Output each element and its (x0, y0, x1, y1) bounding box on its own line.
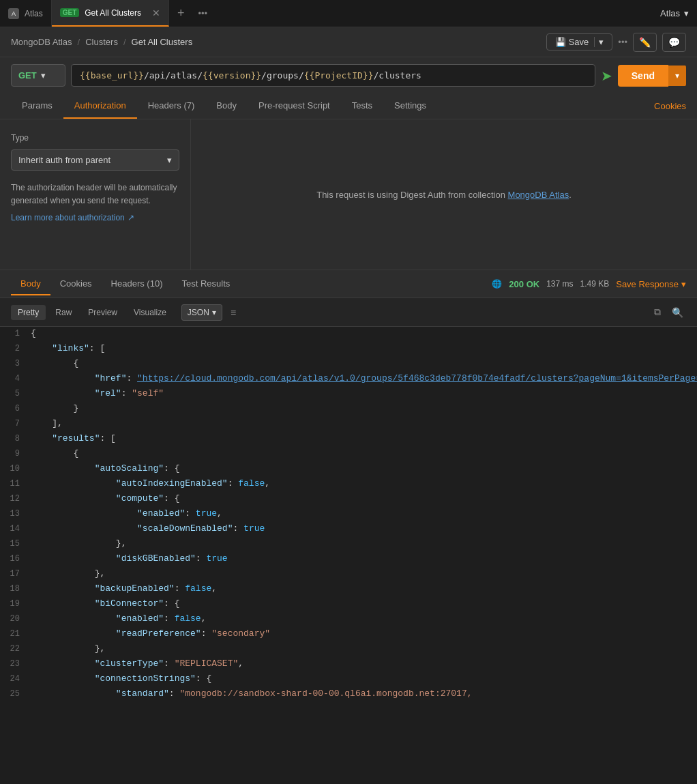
wrap-lines-icon[interactable]: ≡ (231, 307, 236, 318)
more-tabs-button[interactable]: ••• (192, 8, 213, 18)
table-row: 4 "href": "https://cloud.mongodb.com/api… (0, 372, 697, 387)
line-content: "href": "https://cloud.mongodb.com/api/a… (31, 372, 697, 386)
tab-tests[interactable]: Tests (341, 93, 383, 119)
fmt-tab-visualize[interactable]: Visualize (127, 305, 173, 320)
line-content: "compute": { (31, 492, 697, 506)
breadcrumb-actions: 💾 Save ▾ ••• ✏️ 💬 (546, 33, 686, 52)
resp-tab-test-results[interactable]: Test Results (172, 273, 239, 295)
collection-link[interactable]: MongoDB Atlas (508, 190, 569, 200)
breadcrumb-item-2[interactable]: Clusters (85, 37, 118, 47)
breadcrumb: MongoDB Atlas / Clusters / Get All Clust… (11, 37, 192, 47)
url-var-base: {{base_url}} (80, 70, 144, 81)
request-tabs-nav: Params Authorization Headers (7) Body Pr… (0, 93, 697, 119)
line-content: "clusterType": "REPLICASET", (31, 657, 697, 671)
line-number: 5 (0, 387, 31, 401)
copy-button[interactable]: ⧉ (651, 304, 664, 321)
save-response-arrow-icon: ▾ (681, 279, 686, 289)
line-content: } (31, 402, 697, 416)
auth-section: Type Inherit auth from parent ▾ The auth… (0, 119, 697, 270)
tab-close-button[interactable]: ✕ (152, 8, 160, 18)
line-number: 22 (0, 642, 31, 656)
line-content: "diskGBEnabled": true (31, 552, 697, 566)
line-content: "results": [ (31, 432, 697, 446)
table-row: 19 "biConnector": { (0, 597, 697, 612)
env-selector[interactable]: Atlas ▾ (652, 8, 697, 18)
tab-bar: A Atlas GET Get All Clusters ✕ + ••• Atl… (0, 0, 697, 27)
table-row: 15 }, (0, 537, 697, 552)
line-content: { (31, 357, 697, 371)
line-number: 15 (0, 537, 31, 551)
send-dropdown-button[interactable]: ▾ (668, 66, 686, 86)
json-viewer[interactable]: 1{2 "links": [3 {4 "href": "https://clou… (0, 327, 697, 702)
table-row: 8 "results": [ (0, 432, 697, 447)
table-row: 14 "scaleDownEnabled": true (0, 522, 697, 537)
tab-body[interactable]: Body (205, 93, 248, 119)
save-response-button[interactable]: Save Response ▾ (616, 279, 686, 289)
table-row: 7 ], (0, 417, 697, 432)
atlas-tab-label: Atlas (25, 9, 43, 18)
resp-tab-body[interactable]: Body (11, 273, 50, 295)
format-actions: ⧉ 🔍 (651, 304, 686, 321)
auth-learn-more-link[interactable]: Learn more about authorization ↗ (11, 213, 179, 222)
auth-description: The authorization header will be automat… (11, 182, 179, 207)
response-header: Body Cookies Headers (10) Test Results 🌐… (0, 270, 697, 298)
cookies-link[interactable]: Cookies (654, 101, 686, 111)
tab-params[interactable]: Params (11, 93, 63, 119)
fmt-tab-pretty[interactable]: Pretty (11, 305, 46, 320)
atlas-app-tab[interactable]: A Atlas (0, 0, 52, 27)
edit-button[interactable]: ✏️ (633, 33, 657, 52)
request-tab[interactable]: GET Get All Clusters ✕ (52, 0, 169, 27)
table-row: 1{ (0, 327, 697, 342)
table-row: 16 "diskGBEnabled": true (0, 552, 697, 567)
breadcrumb-bar: MongoDB Atlas / Clusters / Get All Clust… (0, 27, 697, 57)
line-content: { (31, 327, 697, 341)
line-content: }, (31, 567, 697, 581)
external-link-icon: ↗ (128, 213, 134, 222)
url-var-version: {{version}} (203, 70, 261, 81)
table-row: 12 "compute": { (0, 492, 697, 507)
method-label: GET (18, 70, 37, 81)
table-row: 17 }, (0, 567, 697, 582)
tab-headers[interactable]: Headers (7) (137, 93, 206, 119)
auth-right-panel: This request is using Digest Auth from c… (191, 119, 697, 270)
send-main-button[interactable]: Send (618, 65, 668, 87)
line-number: 18 (0, 582, 31, 596)
tab-pre-request[interactable]: Pre-request Script (248, 93, 341, 119)
line-number: 2 (0, 342, 31, 355)
breadcrumb-more[interactable]: ••• (618, 37, 627, 47)
line-content: "links": [ (31, 342, 697, 356)
search-button[interactable]: 🔍 (669, 304, 686, 321)
json-url-link[interactable]: "https://cloud.mongodb.com/api/atlas/v1.… (137, 373, 697, 383)
line-number: 23 (0, 657, 31, 671)
format-type-select[interactable]: JSON ▾ (181, 304, 222, 321)
line-content: "biConnector": { (31, 597, 697, 611)
line-content: }, (31, 537, 697, 551)
comment-button[interactable]: 💬 (662, 33, 686, 52)
save-dropdown-arrow[interactable]: ▾ (594, 37, 604, 47)
tab-settings[interactable]: Settings (383, 93, 437, 119)
resp-tab-headers[interactable]: Headers (10) (102, 273, 173, 295)
save-button[interactable]: 💾 Save ▾ (546, 33, 613, 50)
resp-tab-cookies[interactable]: Cookies (50, 273, 102, 295)
url-input[interactable]: {{base_url}}/api/atlas/{{version}}/group… (71, 64, 595, 87)
table-row: 3 { (0, 357, 697, 372)
table-row: 22 }, (0, 642, 697, 657)
line-number: 21 (0, 627, 31, 641)
line-number: 9 (0, 447, 31, 461)
fmt-tab-raw[interactable]: Raw (48, 305, 78, 320)
fmt-tab-preview[interactable]: Preview (81, 305, 124, 320)
tab-authorization[interactable]: Authorization (63, 93, 137, 119)
breadcrumb-item-1[interactable]: MongoDB Atlas (11, 37, 72, 47)
line-number: 19 (0, 597, 31, 611)
table-row: 5 "rel": "self" (0, 387, 697, 402)
method-select[interactable]: GET ▾ (11, 64, 65, 87)
add-tab-button[interactable]: + (169, 6, 193, 20)
table-row: 13 "enabled": true, (0, 507, 697, 522)
line-number: 11 (0, 477, 31, 491)
globe-icon: 🌐 (492, 279, 502, 289)
line-content: "autoScaling": { (31, 462, 697, 476)
json-content: 1{2 "links": [3 {4 "href": "https://clou… (0, 327, 697, 702)
line-number: 7 (0, 417, 31, 431)
auth-type-select[interactable]: Inherit auth from parent ▾ (11, 149, 179, 171)
url-bar: GET ▾ {{base_url}}/api/atlas/{{version}}… (0, 57, 697, 93)
